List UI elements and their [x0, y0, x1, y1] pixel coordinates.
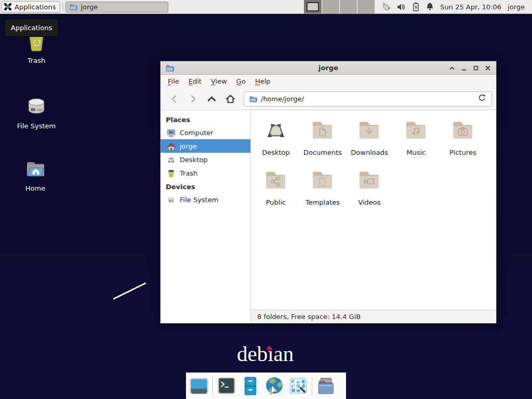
panel-username[interactable]: jorge [508, 3, 525, 11]
folder-label: Public [266, 198, 286, 206]
dock-application-finder-button[interactable] [288, 376, 309, 396]
menu-view[interactable]: View [206, 76, 232, 87]
documents-folder-icon [310, 117, 335, 142]
shade-button[interactable] [448, 64, 456, 72]
forward-button[interactable] [183, 91, 202, 106]
mouse-device-icon[interactable] [380, 1, 392, 13]
workspace-1[interactable] [304, 0, 322, 14]
sidebar-item-jorge[interactable]: jorge [161, 139, 250, 153]
desktop-icon [167, 155, 176, 164]
templates-folder-icon [310, 167, 335, 192]
menu-edit[interactable]: Edit [184, 76, 206, 87]
workspace-4[interactable] [357, 0, 375, 14]
path-text[interactable]: /home/jorge/ [261, 95, 473, 103]
folder-public[interactable]: Public [252, 167, 299, 217]
reload-button[interactable] [477, 93, 487, 104]
application-finder-icon [288, 376, 309, 396]
system-tray [380, 1, 435, 13]
volume-icon[interactable] [396, 2, 407, 12]
folder-documents[interactable]: Documents [299, 117, 346, 167]
trash-icon [167, 169, 176, 178]
folder-label: Pictures [449, 149, 476, 156]
sidebar-item-desktop[interactable]: Desktop [161, 153, 250, 166]
content-column: Desktop Documents Downloads Music [251, 110, 496, 323]
sidebar-item-label: Desktop [180, 156, 208, 164]
dock-file-cabinet-button[interactable] [240, 376, 261, 396]
workspace-3[interactable] [339, 0, 357, 14]
sidebar-item-file-system[interactable]: File System [161, 193, 250, 206]
menu-file[interactable]: File [163, 76, 184, 87]
back-button[interactable] [165, 91, 183, 106]
close-button[interactable] [484, 64, 491, 72]
titlebar[interactable]: jorge [161, 61, 496, 75]
sidebar-item-trash[interactable]: Trash [161, 166, 250, 180]
home-icon [167, 142, 176, 151]
taskbar-window-button[interactable]: jorge [65, 2, 168, 12]
folder-pictures[interactable]: Pictures [440, 117, 486, 167]
web-browser-globe-icon [264, 376, 285, 396]
sidebar-item-computer[interactable]: Computer [161, 126, 250, 139]
pictures-folder-icon [450, 117, 475, 142]
home-folder-icon [23, 156, 48, 181]
notifications-bell-icon[interactable] [425, 2, 435, 12]
folder-label: Music [407, 149, 426, 156]
applications-menu-icon [4, 3, 12, 11]
top-panel: Applications jorge [0, 0, 532, 14]
tasklist-handle[interactable] [62, 4, 63, 10]
workspace-switcher [304, 0, 375, 14]
terminal-icon [216, 376, 237, 396]
desktop-icon-label: File System [17, 122, 56, 130]
sidebar-item-label: Trash [180, 169, 197, 177]
folder-label: Videos [358, 198, 380, 206]
music-folder-icon [404, 117, 429, 142]
applications-menu-label: Applications [15, 3, 56, 11]
dock-separator [212, 377, 213, 395]
dock-separator [312, 377, 312, 395]
window-body: Places Computer jorge Desktop Trash [161, 110, 496, 323]
folder-label: Desktop [262, 149, 290, 156]
folder-templates[interactable]: Templates [299, 167, 346, 217]
window-title: jorge [161, 64, 496, 72]
location-bar[interactable]: /home/jorge/ [244, 91, 492, 107]
panel-clock[interactable]: Sun 25 Apr, 10:06 [440, 3, 501, 11]
desktop-icon-home[interactable]: Home [12, 156, 58, 192]
dock-terminal-button[interactable] [216, 376, 237, 396]
file-grid: Desktop Documents Downloads Music [251, 110, 496, 310]
folder-downloads[interactable]: Downloads [346, 117, 393, 167]
computer-icon [167, 128, 176, 137]
dock-show-desktop-button[interactable] [189, 376, 209, 396]
dock-web-browser-button[interactable] [264, 376, 285, 396]
applications-menu-button[interactable]: Applications [1, 1, 60, 12]
desktop: Applications jorge [0, 0, 532, 399]
maximize-button[interactable] [472, 64, 480, 72]
menubar: File Edit View Go Help [161, 75, 496, 88]
desktop-icon-file-system[interactable]: File System [14, 94, 59, 130]
folder-music[interactable]: Music [393, 117, 440, 167]
file-manager-window: jorge File Edit View Go [160, 61, 497, 324]
folder-videos[interactable]: Videos [346, 167, 393, 217]
dock-user-folder-button[interactable] [315, 376, 336, 396]
workspace-window-thumb [307, 2, 319, 11]
menu-go[interactable]: Go [232, 76, 250, 87]
toolbar: /home/jorge/ [161, 88, 496, 110]
folder-desktop[interactable]: Desktop [252, 117, 299, 167]
sidebar-item-label: Computer [180, 129, 214, 137]
user-folder-icon [315, 376, 336, 396]
dock [186, 373, 346, 399]
debian-logo-text: debian [237, 342, 294, 366]
statusbar: 8 folders, Free space: 14.4 GiB [251, 310, 496, 323]
sidebar-item-label: jorge [180, 142, 197, 150]
up-button[interactable] [202, 91, 221, 106]
public-folder-icon [263, 167, 288, 192]
menu-help[interactable]: Help [250, 76, 275, 87]
taskbar-window-label: jorge [81, 3, 98, 11]
hard-drive-icon [24, 94, 49, 118]
minimize-button[interactable] [460, 64, 468, 72]
home-button[interactable] [221, 91, 240, 106]
tooltip-text: Applications [11, 24, 52, 32]
desktop-icon-label: Trash [28, 57, 45, 64]
sidebar-item-label: File System [180, 196, 218, 204]
sidebar-places-header: Places [161, 113, 250, 126]
battery-charging-icon[interactable] [411, 2, 421, 12]
workspace-2[interactable] [322, 0, 339, 14]
